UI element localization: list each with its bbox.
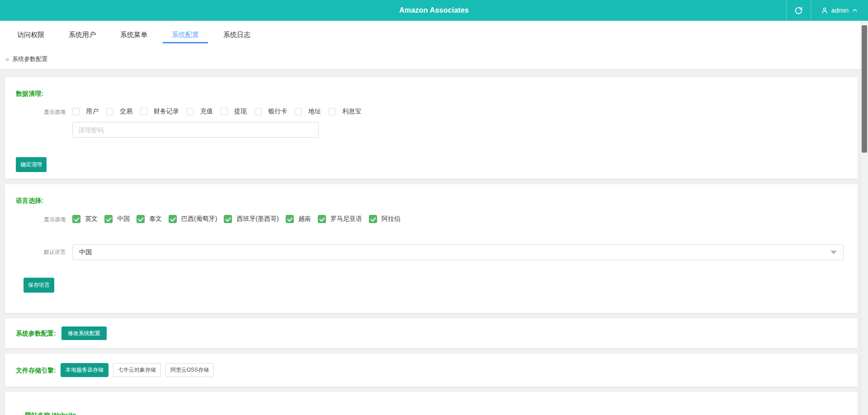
confirm-cleanup-button[interactable]: 确定清理	[16, 157, 47, 172]
cleanup-option[interactable]: 利息宝	[329, 107, 361, 116]
language-option[interactable]: 巴西(葡萄牙)	[169, 215, 217, 223]
app-title: Amazon Associates	[0, 6, 868, 14]
checkbox-label: 地址	[308, 107, 321, 116]
refresh-button[interactable]	[787, 0, 811, 21]
card-system-config: 系统参数配置: 修改系统配置	[5, 318, 858, 348]
checkbox-label: 财务记录	[154, 107, 179, 116]
select-value: 中国	[79, 248, 92, 256]
cleanup-option[interactable]: 提现	[221, 107, 247, 116]
checkbox-unchecked[interactable]	[187, 108, 194, 115]
checkbox-label: 罗马尼亚语	[330, 215, 362, 223]
modify-config-button[interactable]: 修改系统配置	[61, 326, 107, 340]
cleanup-option[interactable]: 充值	[187, 107, 213, 116]
checkbox-label: 利息宝	[342, 107, 361, 116]
language-option[interactable]: 英文	[72, 215, 98, 223]
save-language-button[interactable]: 保存语言	[24, 278, 54, 293]
checkbox-checked[interactable]	[169, 215, 177, 223]
card-storage-engine: 文件存储引擎: 本地服务器存储七牛云对象存储阿里云OSS存储	[5, 354, 858, 387]
checkbox-label: 英文	[85, 215, 98, 223]
cleanup-option[interactable]: 财务记录	[140, 107, 179, 116]
cleanup-options-label: 显示选项	[44, 108, 72, 116]
user-menu[interactable]: admin	[811, 0, 868, 21]
scrollbar[interactable]	[860, 21, 868, 415]
checkbox-checked[interactable]	[369, 215, 377, 223]
cleanup-option[interactable]: 银行卡	[255, 107, 287, 116]
checkbox-label: 提现	[234, 107, 247, 116]
chevron-up-icon	[852, 7, 858, 14]
cleanup-title: 数据清理:	[16, 89, 847, 98]
checkbox-unchecked[interactable]	[221, 108, 228, 115]
storage-title: 文件存储引擎:	[16, 366, 56, 375]
main-content: 数据清理: 显示选项 用户 交易 财务记录 充值	[0, 69, 860, 415]
tab[interactable]: 系统配置	[163, 27, 208, 43]
checkbox-checked[interactable]	[72, 215, 80, 223]
language-option[interactable]: 西班牙(墨西哥)	[224, 215, 278, 223]
language-options: 英文 中国 泰文 巴西(葡萄牙) 西班牙(墨西哥)	[72, 215, 407, 224]
storage-options: 本地服务器存储七牛云对象存储阿里云OSS存储	[56, 363, 214, 377]
language-title: 语言选择:	[16, 196, 847, 205]
tab[interactable]: 访问权限	[8, 27, 53, 43]
language-options-label: 显示选项	[44, 216, 72, 224]
checkbox-checked[interactable]	[224, 215, 232, 223]
header-controls: admin	[786, 0, 868, 21]
tab[interactable]: 系统菜单	[111, 27, 156, 43]
checkbox-unchecked[interactable]	[255, 108, 262, 115]
system-config-title: 系统参数配置:	[16, 329, 56, 338]
tab[interactable]: 系统日志	[214, 27, 259, 43]
language-option[interactable]: 罗马尼亚语	[318, 215, 362, 223]
website-title: 网站名称 Website	[25, 410, 847, 415]
breadcrumb: » 系统参数配置	[0, 43, 868, 69]
cleanup-option[interactable]: 交易	[106, 107, 132, 116]
checkbox-unchecked[interactable]	[140, 108, 147, 115]
card-data-cleanup: 数据清理: 显示选项 用户 交易 财务记录 充值	[5, 77, 858, 179]
checkbox-unchecked[interactable]	[329, 108, 336, 115]
chevron-down-icon	[830, 251, 837, 254]
checkbox-checked[interactable]	[137, 215, 145, 223]
checkbox-checked[interactable]	[104, 215, 113, 223]
checkbox-checked[interactable]	[318, 215, 326, 223]
refresh-icon	[794, 6, 803, 15]
tab-bar: 访问权限系统用户系统菜单系统配置系统日志	[0, 21, 868, 43]
language-option[interactable]: 中国	[104, 215, 130, 223]
card-website: 网站名称 Website	[5, 392, 858, 415]
tab[interactable]: 系统用户	[60, 27, 105, 43]
checkbox-unchecked[interactable]	[295, 108, 302, 115]
checkbox-label: 交易	[120, 107, 132, 116]
storage-option-button[interactable]: 本地服务器存储	[61, 363, 108, 377]
header-bar: Amazon Associates admin	[0, 0, 868, 21]
cleanup-option[interactable]: 用户	[72, 107, 99, 116]
checkbox-unchecked[interactable]	[106, 108, 113, 115]
checkbox-label: 用户	[86, 107, 99, 116]
double-chevron-icon: »	[5, 55, 9, 63]
storage-option-button[interactable]: 阿里云OSS存储	[165, 363, 214, 377]
cleanup-password-input[interactable]	[72, 122, 319, 138]
cleanup-options: 用户 交易 财务记录 充值 提现 银行卡	[72, 107, 369, 117]
checkbox-label: 银行卡	[268, 107, 287, 116]
checkbox-label: 充值	[200, 107, 213, 116]
checkbox-label: 越南	[298, 215, 311, 223]
scrollbar-thumb[interactable]	[862, 25, 867, 153]
checkbox-label: 泰文	[149, 215, 162, 223]
language-option[interactable]: 阿拉伯	[369, 215, 401, 223]
checkbox-label: 西班牙(墨西哥)	[236, 215, 278, 223]
language-option[interactable]: 越南	[286, 215, 311, 223]
checkbox-checked[interactable]	[286, 215, 294, 223]
storage-option-button[interactable]: 七牛云对象存储	[113, 363, 161, 377]
breadcrumb-label: 系统参数配置	[12, 55, 47, 63]
checkbox-label: 中国	[117, 215, 130, 223]
checkbox-label: 阿拉伯	[382, 215, 401, 223]
checkbox-unchecked[interactable]	[72, 108, 80, 115]
default-language-select[interactable]: 中国	[72, 244, 844, 260]
language-option[interactable]: 泰文	[137, 215, 162, 223]
cleanup-option[interactable]: 地址	[295, 107, 321, 116]
card-language: 语言选择: 显示选项 英文 中国 泰文 巴西(葡萄牙)	[5, 184, 858, 313]
username: admin	[831, 7, 849, 14]
user-icon	[821, 7, 828, 14]
checkbox-label: 巴西(葡萄牙)	[181, 215, 217, 223]
default-language-label: 默认语言	[44, 248, 72, 256]
